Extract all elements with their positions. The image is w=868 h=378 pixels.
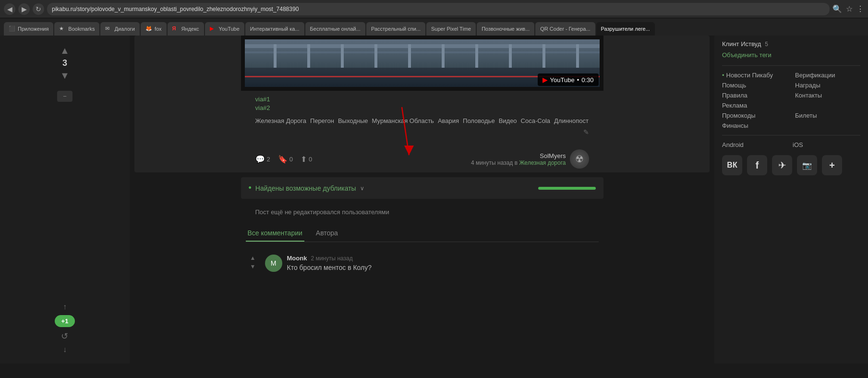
refresh-button[interactable]: ↻ — [33, 3, 44, 15]
video-duration: 0:30 — [581, 76, 593, 84]
link-verif[interactable]: Верификации — [795, 72, 860, 79]
tag-polovodye[interactable]: Половодье — [463, 117, 495, 124]
minus-badge[interactable]: − — [57, 91, 72, 102]
comments-action[interactable]: 💬 2 — [255, 155, 270, 164]
via-links: via#1 via#2 — [255, 96, 589, 111]
link-finansy[interactable]: Финансы — [722, 122, 787, 129]
star-icon[interactable]: ☆ — [846, 4, 853, 13]
address-bar[interactable]: pikabu.ru/story/polovode_v_murmanskoy_ob… — [47, 3, 830, 15]
link-promokody[interactable]: Промокоды — [722, 112, 787, 119]
via-link-2[interactable]: via#2 — [255, 104, 589, 111]
right-sidebar: Клинт Иствуд 5 Объединить теги •Новости … — [714, 36, 868, 364]
post-content: via#1 via#2 Железная Дорога Перегон Выхо… — [241, 91, 603, 146]
plus-one-button[interactable]: +1 — [55, 315, 75, 327]
browser-icon-group: 🔍 ☆ ⋮ — [832, 4, 864, 13]
instagram-icon[interactable]: 📷 — [797, 155, 817, 175]
sidebar-divider-1 — [722, 65, 860, 66]
comments-tabs: Все комментарии Автора — [246, 225, 599, 242]
saves-action[interactable]: 🔖 0 — [278, 155, 293, 164]
tab-interactive[interactable]: Интерактивный ка... — [245, 22, 304, 36]
comment-avatar: M — [265, 255, 282, 272]
yandex-favicon: Я — [172, 25, 179, 32]
tab-apps[interactable]: ⬛ Приложения — [4, 22, 53, 36]
sidebar-tag-row: Клинт Иствуд 5 — [722, 40, 860, 48]
youtube-bullet: • — [577, 76, 579, 84]
comment-vote-up[interactable]: ▲ — [250, 255, 256, 261]
youtube-icon: ▶ — [542, 76, 548, 84]
youtube-badge: ▶ YouTube • 0:30 — [538, 73, 599, 86]
tab-bookmarks[interactable]: ★ Bookmarks — [54, 22, 99, 36]
tag-avariya[interactable]: Авария — [438, 117, 459, 124]
plus-icon[interactable]: + — [822, 155, 842, 175]
tag-video[interactable]: Видео — [499, 117, 517, 124]
tab-all-comments[interactable]: Все комментарии — [246, 225, 304, 242]
facebook-icon[interactable]: f — [747, 155, 767, 175]
comment-body: Moonk 2 минуты назад Кто бросил ментос в… — [287, 255, 599, 272]
link-pravila[interactable]: Правила — [722, 92, 787, 99]
link-pomoshch[interactable]: Помощь — [722, 82, 787, 89]
search-icon[interactable]: 🔍 — [832, 4, 842, 13]
url-text: pikabu.ru/story/polovode_v_murmanskoy_ob… — [52, 6, 299, 12]
tab-super-pixel[interactable]: Super Pixel Time — [426, 22, 476, 36]
tab-author-comments[interactable]: Автора — [314, 225, 340, 242]
author-name: SolMyers — [471, 152, 566, 159]
bookmarks-favicon: ★ — [59, 25, 66, 32]
tab-active-pikabu[interactable]: Разрушители леге... — [596, 22, 655, 36]
tab-dialogi[interactable]: ✉ Диалоги — [100, 22, 140, 36]
link-bilety[interactable]: Билеты — [795, 112, 860, 119]
author-avatar[interactable]: ☢ — [570, 149, 589, 169]
youtube-label: YouTube — [550, 76, 575, 84]
tab-free-online[interactable]: Бесплатные онлай... — [305, 22, 365, 36]
main-layout: ▲ 3 ▼ − ↑ +1 ↺ ↓ — [0, 36, 868, 364]
vk-icon[interactable]: ВК — [722, 155, 742, 175]
dup-title[interactable]: Найдены возможные дубликаты — [255, 184, 356, 192]
back-button[interactable]: ◀ — [4, 3, 15, 15]
link-reklama[interactable]: Реклама — [722, 102, 787, 109]
avatar-image: ☢ — [570, 149, 589, 169]
shares-action[interactable]: ⬆ 0 — [301, 155, 312, 164]
dup-progress-bar — [538, 187, 596, 190]
video-container[interactable]: ▶ YouTube • 0:30 — [241, 36, 603, 91]
menu-icon[interactable]: ⋮ — [856, 4, 864, 13]
vote-section: ▲ 3 ▼ — [60, 45, 70, 81]
vote-up-button[interactable]: ▲ — [60, 45, 70, 56]
svg-marker-1 — [404, 146, 414, 155]
link-kontakty[interactable]: Контакты — [795, 92, 860, 99]
comment-vote-down[interactable]: ▼ — [250, 263, 256, 270]
refresh-votes-button[interactable]: ↺ — [61, 331, 68, 341]
comment-item: ▲ ▼ M Moonk 2 минуты назад Кто бросил ме… — [246, 250, 599, 277]
tag-coca-cola[interactable]: Coca-Cola — [521, 117, 550, 124]
link-novosti[interactable]: •Новости Пикабу — [722, 72, 787, 79]
edit-tags-icon[interactable]: ✎ — [583, 128, 589, 136]
edit-notice-text: Пост ещё не редактировался пользователям… — [255, 208, 389, 216]
tab-rasstr[interactable]: Расстрельный спи... — [366, 22, 425, 36]
tab-youtube[interactable]: ▶ YouTube — [205, 22, 244, 36]
tab-fox[interactable]: 🦊 fox — [141, 22, 167, 36]
bottom-down-arrow: ↓ — [63, 345, 67, 354]
tab-qr[interactable]: QR Coder - Генера... — [535, 22, 595, 36]
tab-pozv[interactable]: Позвоночные жив... — [477, 22, 534, 36]
tag-vykhodnyye[interactable]: Выходные — [338, 117, 368, 124]
author-community-link[interactable]: Железная дорога — [519, 159, 566, 166]
tag-zheleznaya-doroga[interactable]: Железная Дорога — [255, 117, 307, 124]
share-icon: ⬆ — [301, 155, 307, 164]
tag-peregon[interactable]: Перегон — [310, 117, 334, 124]
via-link-1[interactable]: via#1 — [255, 96, 589, 103]
telegram-icon[interactable]: ✈ — [772, 155, 792, 175]
tag-dlinnopst[interactable]: Длиннопост — [554, 117, 589, 124]
apps-favicon: ⬛ — [9, 25, 15, 32]
link-nagrady[interactable]: Награды — [795, 82, 860, 89]
author-time: 4 минуты назад в Железная дорога — [471, 159, 566, 166]
merge-tags-button[interactable]: Объединить теги — [722, 51, 860, 59]
duplicates-section: • Найдены возможные дубликаты ∨ — [241, 177, 603, 199]
tab-yandex[interactable]: Я Яндекс — [168, 22, 204, 36]
comment-text: Кто бросил ментос в Колу? — [287, 264, 599, 271]
comments-section: Все комментарии Автора ▲ ▼ M Moonk 2 мин… — [241, 225, 603, 277]
forward-button[interactable]: ▶ — [18, 3, 30, 15]
dup-arrow-icon[interactable]: ∨ — [360, 185, 364, 192]
author-meta: SolMyers 4 минуты назад в Железная дорог… — [471, 152, 566, 166]
edit-notice: Пост ещё не редактировался пользователям… — [241, 204, 603, 220]
bottom-up-arrow: ↑ — [63, 303, 67, 311]
post-author: SolMyers 4 минуты назад в Железная дорог… — [471, 149, 589, 169]
vote-down-button[interactable]: ▼ — [60, 70, 70, 81]
